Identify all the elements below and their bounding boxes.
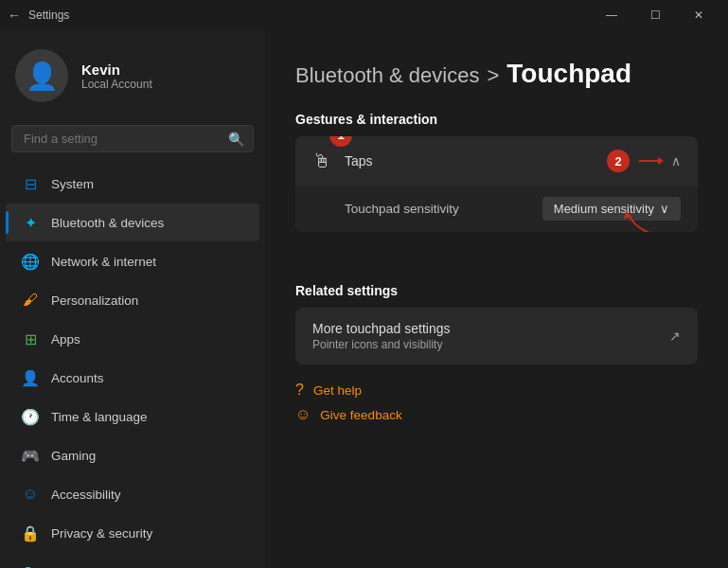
arrow-2 xyxy=(637,153,664,169)
personalization-icon: 🖌 xyxy=(21,291,40,310)
app-body: 👤 Kevin Local Account 🔍 ⊟ System ✦ Bluet… xyxy=(0,30,728,568)
network-icon: 🌐 xyxy=(21,252,40,271)
taps-chevron-icon[interactable]: ∧ xyxy=(671,153,681,169)
give-feedback-link[interactable]: ☺ Give feedback xyxy=(295,406,698,423)
sidebar-item-bluetooth[interactable]: ✦ Bluetooth & devices xyxy=(6,204,259,241)
page-header: Bluetooth & devices > Touchpad xyxy=(295,59,698,89)
titlebar: ← Settings — ☐ ✕ xyxy=(0,0,728,30)
help-icon: ? xyxy=(295,382,304,399)
titlebar-title: Settings xyxy=(28,9,69,22)
sidebar-item-label: Bluetooth & devices xyxy=(51,216,164,230)
gestures-section-title: Gestures & interaction xyxy=(295,112,698,127)
sidebar-item-label: System xyxy=(51,177,94,191)
sidebar-item-label: Accounts xyxy=(51,371,104,385)
more-settings-text: More touchpad settings Pointer icons and… xyxy=(312,321,451,351)
privacy-icon: 🔒 xyxy=(21,524,40,542)
sidebar-item-accessibility[interactable]: ☺ Accessibility xyxy=(6,475,259,513)
sidebar-item-label: Personalization xyxy=(51,293,138,308)
apps-icon: ⊞ xyxy=(21,329,40,348)
touchpad-icon: 🖱 xyxy=(312,151,331,172)
sidebar-item-label: Gaming xyxy=(51,449,96,463)
bluetooth-icon: ✦ xyxy=(21,213,40,232)
sidebar-item-privacy[interactable]: 🔒 Privacy & security xyxy=(6,514,259,552)
taps-row[interactable]: 🖱 Taps 1 2 xyxy=(295,136,698,186)
sidebar: 👤 Kevin Local Account 🔍 ⊟ System ✦ Bluet… xyxy=(0,30,265,568)
sidebar-item-system[interactable]: ⊟ System xyxy=(6,165,259,203)
sidebar-item-personalization[interactable]: 🖌 Personalization xyxy=(6,281,259,319)
maximize-button[interactable]: ☐ xyxy=(633,0,677,30)
taps-card: 🖱 Taps 1 2 xyxy=(295,136,698,232)
search-icon: 🔍 xyxy=(228,132,244,147)
search-input[interactable] xyxy=(11,125,254,152)
sidebar-item-network[interactable]: 🌐 Network & internet xyxy=(6,242,259,280)
more-settings-card[interactable]: More touchpad settings Pointer icons and… xyxy=(295,308,698,364)
main-content: Bluetooth & devices > Touchpad Gestures … xyxy=(265,30,728,568)
taps-label: Taps xyxy=(345,153,594,169)
related-section-title: Related settings xyxy=(295,283,698,298)
time-icon: 🕐 xyxy=(21,407,40,426)
accessibility-icon: ☺ xyxy=(21,485,40,504)
more-settings-label: More touchpad settings xyxy=(312,321,451,336)
more-settings-sub: Pointer icons and visibility xyxy=(312,338,451,351)
sensitivity-label: Touchpad sensitivity xyxy=(345,202,529,216)
external-link-icon: ↗ xyxy=(669,328,681,344)
accounts-icon: 👤 xyxy=(21,368,40,387)
minimize-button[interactable]: — xyxy=(590,0,633,30)
titlebar-controls: — ☐ ✕ xyxy=(590,0,720,30)
back-icon[interactable]: ← xyxy=(8,8,21,23)
sensitivity-row: Touchpad sensitivity Medium sensitivity … xyxy=(295,186,698,232)
breadcrumb-separator: > xyxy=(487,63,499,88)
system-icon: ⊟ xyxy=(21,174,40,193)
search-box: 🔍 xyxy=(11,125,254,152)
feedback-icon: ☺ xyxy=(295,406,311,423)
avatar: 👤 xyxy=(15,49,68,102)
sidebar-item-gaming[interactable]: 🎮 Gaming xyxy=(6,436,259,474)
gaming-icon: 🎮 xyxy=(21,446,40,465)
arrow-3 xyxy=(624,209,662,232)
related-settings-section: Related settings More touchpad settings … xyxy=(295,283,698,364)
user-name: Kevin xyxy=(81,62,152,78)
nav-menu: ⊟ System ✦ Bluetooth & devices 🌐 Network… xyxy=(0,164,265,568)
sidebar-item-label: Apps xyxy=(51,332,80,346)
user-profile[interactable]: 👤 Kevin Local Account xyxy=(0,30,265,117)
page-title: Touchpad xyxy=(506,59,631,89)
titlebar-left: ← Settings xyxy=(8,8,69,23)
breadcrumb: Bluetooth & devices xyxy=(295,63,479,88)
close-button[interactable]: ✕ xyxy=(677,0,720,30)
sidebar-item-label: Accessibility xyxy=(51,488,121,502)
avatar-icon: 👤 xyxy=(26,61,59,92)
help-links: ? Get help ☺ Give feedback xyxy=(295,382,698,423)
sidebar-item-label: Windows Update xyxy=(51,565,148,569)
svg-marker-1 xyxy=(658,157,664,165)
user-info: Kevin Local Account xyxy=(81,62,152,91)
update-icon: ↻ xyxy=(21,562,40,568)
sidebar-item-label: Network & internet xyxy=(51,255,156,269)
sidebar-item-apps[interactable]: ⊞ Apps xyxy=(6,320,259,358)
sidebar-item-label: Time & language xyxy=(51,410,148,424)
sidebar-item-update[interactable]: ↻ Windows Update xyxy=(6,553,259,568)
annotation-1: 1 xyxy=(329,136,352,147)
get-help-link[interactable]: ? Get help xyxy=(295,382,698,399)
annotation-2: 2 xyxy=(607,150,630,172)
user-account-type: Local Account xyxy=(81,78,152,91)
give-feedback-label: Give feedback xyxy=(320,408,401,422)
sidebar-item-label: Privacy & security xyxy=(51,526,152,541)
sidebar-item-time[interactable]: 🕐 Time & language xyxy=(6,398,259,435)
get-help-label: Get help xyxy=(313,383,362,398)
sidebar-item-accounts[interactable]: 👤 Accounts xyxy=(6,359,259,397)
